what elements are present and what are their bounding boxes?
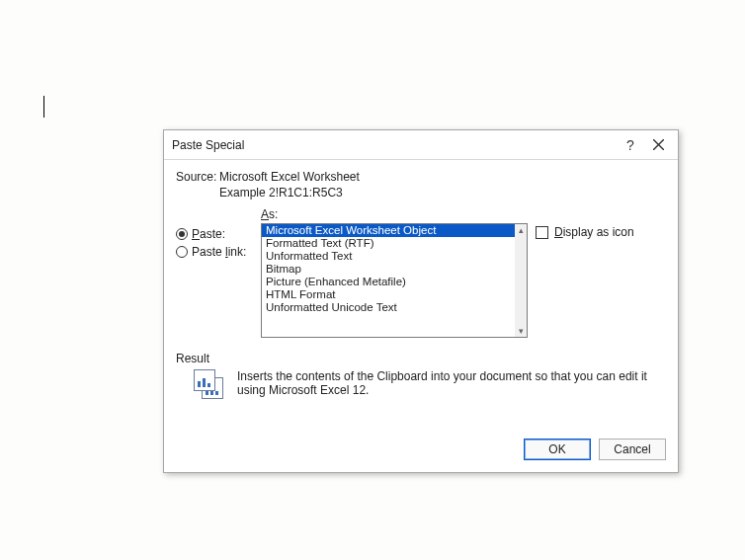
- display-as-icon-checkbox[interactable]: Display as icon: [536, 225, 666, 239]
- list-item[interactable]: Bitmap: [262, 263, 515, 276]
- scroll-up-icon[interactable]: ▴: [515, 224, 527, 236]
- result-icon: [194, 369, 227, 403]
- radio-paste-label: Paste:: [192, 227, 225, 241]
- dialog-title: Paste Special: [172, 138, 619, 152]
- close-button[interactable]: [646, 135, 670, 155]
- button-row: OK Cancel: [176, 439, 666, 460]
- paste-special-dialog: Paste Special ? Source: Microsoft Excel …: [163, 129, 679, 473]
- result-body: Inserts the contents of the Clipboard in…: [176, 369, 666, 403]
- list-item[interactable]: Picture (Enhanced Metafile): [262, 276, 515, 288]
- list-item[interactable]: Microsoft Excel Worksheet Object: [262, 224, 515, 237]
- list-item[interactable]: Formatted Text (RTF): [262, 237, 515, 250]
- radio-paste[interactable]: Paste:: [176, 225, 253, 243]
- result-label: Result: [176, 352, 666, 365]
- source-label: Source:: [176, 170, 219, 184]
- cancel-button[interactable]: Cancel: [599, 439, 666, 460]
- radio-icon: [176, 228, 188, 240]
- paste-mode-radios: Paste: Paste link:: [176, 207, 253, 261]
- titlebar: Paste Special ?: [164, 130, 678, 160]
- radio-paste-link-label: Paste link:: [192, 245, 246, 259]
- dialog-body: Source: Microsoft Excel Worksheet Exampl…: [164, 160, 678, 472]
- source-range: Example 2!R1C1:R5C3: [219, 186, 666, 200]
- result-section: Result Inserts the contents of the Clipb…: [176, 352, 666, 403]
- display-as-icon-label: Display as icon: [554, 225, 634, 239]
- checkbox-icon: [536, 226, 548, 239]
- radio-paste-link[interactable]: Paste link:: [176, 243, 253, 261]
- list-item[interactable]: Unformatted Text: [262, 250, 515, 263]
- ok-button[interactable]: OK: [524, 439, 591, 460]
- as-label: As:: [261, 207, 528, 221]
- close-icon: [653, 139, 664, 150]
- help-button[interactable]: ?: [619, 135, 642, 155]
- list-item[interactable]: HTML Format: [262, 288, 515, 301]
- text-cursor: [43, 96, 44, 118]
- scrollbar[interactable]: ▴ ▾: [515, 224, 527, 337]
- right-column: Display as icon: [536, 207, 666, 239]
- mid-section: Paste: Paste link: As: Microsoft Excel W…: [176, 207, 666, 338]
- list-item[interactable]: Unformatted Unicode Text: [262, 301, 515, 314]
- radio-icon: [176, 246, 188, 258]
- result-text: Inserts the contents of the Clipboard in…: [237, 369, 666, 403]
- as-column: As: Microsoft Excel Worksheet ObjectForm…: [261, 207, 528, 338]
- scroll-down-icon[interactable]: ▾: [515, 325, 527, 337]
- as-listbox[interactable]: Microsoft Excel Worksheet ObjectFormatte…: [261, 223, 528, 338]
- source-value: Microsoft Excel Worksheet: [219, 170, 666, 184]
- source-row: Source: Microsoft Excel Worksheet: [176, 170, 666, 184]
